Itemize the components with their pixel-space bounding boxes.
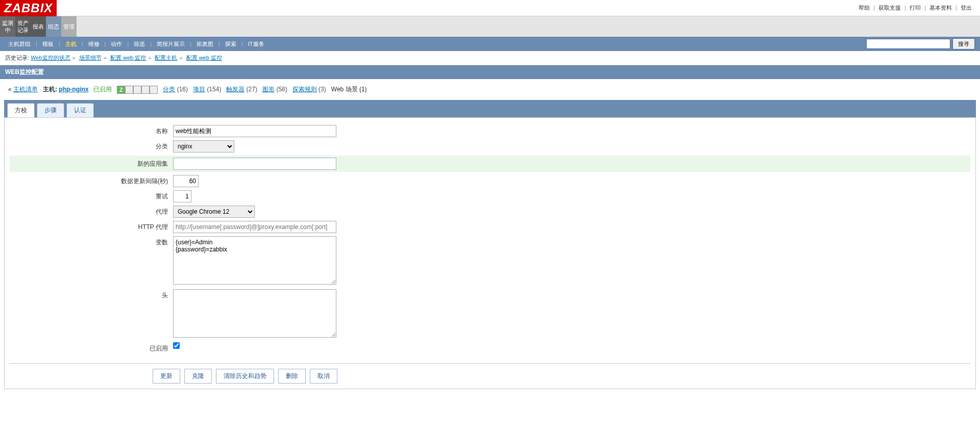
label-name: 名称: [10, 125, 173, 136]
subnav-itservices[interactable]: IT服务: [248, 40, 264, 48]
btn-clone[interactable]: 克隆: [184, 369, 212, 384]
link-print[interactable]: 打印: [910, 5, 921, 11]
subnav-actions[interactable]: 动作: [111, 40, 122, 48]
main-nav: 监测中 资产记录 报表 组态 管理: [0, 16, 980, 37]
label-headers: 头: [10, 289, 173, 300]
textarea-headers[interactable]: [173, 289, 336, 338]
textarea-vars[interactable]: {user}=Admin {password}=zabbix: [173, 236, 336, 285]
back-link[interactable]: 主机清单: [13, 86, 38, 93]
link-logout[interactable]: 登出: [961, 5, 972, 11]
label-category: 分类: [10, 140, 173, 151]
separator: |: [873, 5, 875, 11]
label-httpproxy: HTTP 代理: [10, 221, 173, 232]
subnav-templates[interactable]: 模板: [42, 40, 54, 48]
select-category[interactable]: nginx: [173, 140, 234, 153]
form: 名称 分类 nginx 新的应用集 数据更新间隔(秒) 重试 代理 Google…: [4, 117, 976, 389]
history-item[interactable]: 配置主机: [155, 55, 177, 61]
history-item[interactable]: 配置 web 监控: [110, 55, 146, 61]
status-box-icon: [133, 86, 141, 94]
link-profile[interactable]: 基本资料: [929, 5, 952, 11]
link-help[interactable]: 帮助: [859, 5, 870, 11]
separator: |: [924, 5, 926, 11]
tab-steps[interactable]: 步骤: [37, 103, 64, 117]
host-label: 主机:: [43, 86, 57, 93]
page-title: WEB监控配置: [0, 65, 980, 79]
label-enabled: 已启用: [10, 342, 173, 353]
subnav-hostgroups[interactable]: 主机群组: [8, 40, 31, 48]
input-httpproxy[interactable]: [173, 221, 336, 233]
input-interval[interactable]: [173, 175, 199, 187]
nav-reports[interactable]: 报表: [31, 16, 46, 37]
status-box-icon: [141, 86, 150, 94]
ctx-webscenario: Web 场景 (1): [331, 85, 367, 94]
search-input[interactable]: [866, 39, 950, 49]
select-agent[interactable]: Google Chrome 12: [173, 206, 255, 218]
tab-scenario[interactable]: 方校: [7, 103, 35, 117]
nav-monitoring[interactable]: 监测中: [0, 16, 15, 37]
tabs-bar: 方校 步骤 认证: [4, 100, 976, 117]
top-header: ZABBIX 帮助 | 获取支援 | 打印 | 基本资料 | 登出: [0, 0, 980, 16]
subnav-hosts[interactable]: 主机: [65, 40, 77, 48]
separator: |: [904, 5, 906, 11]
history-item[interactable]: 场景细节: [79, 55, 102, 61]
logo[interactable]: ZABBIX: [0, 0, 57, 16]
history-item[interactable]: Web监控的状态: [31, 55, 70, 61]
status-enabled: 已启用: [93, 85, 112, 94]
btn-clearhist[interactable]: 清除历史和趋势: [216, 369, 274, 384]
history-bar: 历史记录: Web监控的状态» 场景细节» 配置 web 监控» 配置主机» 配…: [0, 51, 980, 65]
label-newapp: 新的应用集: [10, 158, 173, 168]
label-interval: 数据更新间隔(秒): [10, 175, 173, 186]
context-bar: « 主机清单 主机: php-nginx 已启用 Z 分类 (16) 项目 (1…: [0, 79, 980, 100]
subnav-slideshows[interactable]: 简报片展示: [157, 40, 185, 48]
nav-inventory[interactable]: 资产记录: [15, 16, 31, 37]
input-newapp[interactable]: [173, 158, 336, 170]
status-box-icon: [125, 86, 133, 94]
history-label: 历史记录:: [5, 55, 29, 61]
search-button[interactable]: 搜寻: [952, 38, 975, 49]
subnav-screens[interactable]: 探索: [225, 40, 236, 48]
ctx-items[interactable]: 项目: [193, 86, 205, 93]
form-actions: 更新 克隆 清除历史和趋势 删除 取消: [10, 363, 970, 384]
label-retry: 重试: [10, 190, 173, 201]
ctx-discovery[interactable]: 探索规则: [292, 86, 317, 93]
separator: |: [955, 5, 957, 11]
subnav-maps[interactable]: 拓奥图: [197, 40, 213, 48]
history-item[interactable]: 配置 web 监控: [186, 55, 222, 61]
status-boxes: Z: [117, 86, 158, 94]
status-box-icon: [150, 86, 158, 94]
btn-update[interactable]: 更新: [153, 369, 180, 384]
nav-administration[interactable]: 管理: [61, 16, 77, 37]
input-name[interactable]: [173, 125, 336, 137]
nav-configuration[interactable]: 组态: [46, 16, 61, 37]
label-vars: 变数: [10, 236, 173, 247]
label-agent: 代理: [10, 206, 173, 216]
status-z-icon: Z: [117, 86, 125, 94]
ctx-triggers[interactable]: 触发器: [226, 86, 244, 93]
btn-cancel[interactable]: 取消: [310, 369, 337, 384]
ctx-applications[interactable]: 分类: [163, 86, 175, 93]
tab-auth[interactable]: 认证: [66, 103, 94, 117]
btn-delete[interactable]: 删除: [278, 369, 306, 384]
host-link[interactable]: php-nginx: [59, 86, 88, 93]
subnav-maintenance[interactable]: 维修: [88, 40, 100, 48]
checkbox-enabled[interactable]: [173, 342, 180, 349]
input-retry[interactable]: [173, 190, 191, 202]
ctx-graphs[interactable]: 图形: [262, 86, 275, 93]
top-links: 帮助 | 获取支援 | 打印 | 基本资料 | 登出: [856, 4, 980, 12]
link-support[interactable]: 获取支援: [878, 5, 901, 11]
sub-nav: 主机群组| 模板| 主机| 维修| 动作| 筛选| 简报片展示| 拓奥图| 探索…: [0, 37, 980, 51]
subnav-discovery[interactable]: 筛选: [134, 40, 145, 48]
